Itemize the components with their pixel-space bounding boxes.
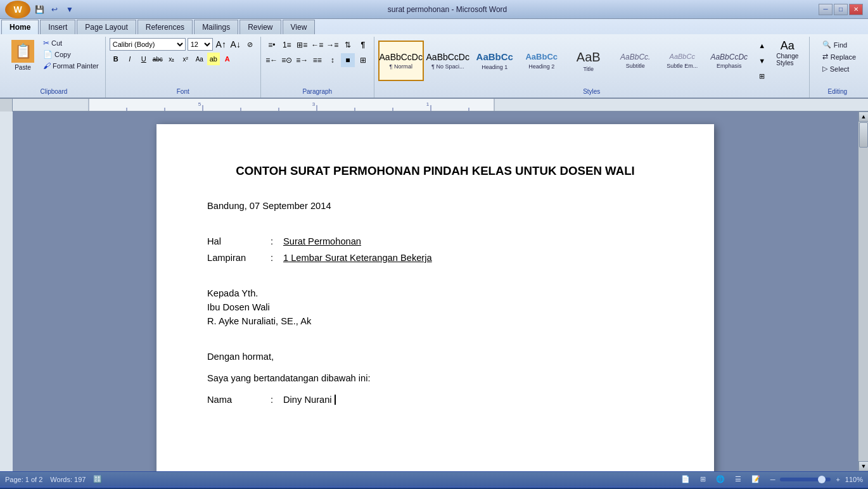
copy-button[interactable]: 📄 Copy bbox=[41, 49, 101, 60]
font-size-select[interactable]: 12 bbox=[188, 38, 213, 51]
office-button[interactable]: W bbox=[5, 1, 30, 18]
superscript-button[interactable]: x² bbox=[179, 53, 192, 65]
text-cursor bbox=[332, 395, 336, 405]
scroll-down-button[interactable]: ▼ bbox=[858, 461, 868, 471]
tab-home[interactable]: Home bbox=[1, 20, 39, 34]
ibu-dosen: Ibu Dosen Wali bbox=[207, 300, 663, 314]
line-spacing-button[interactable]: ↕ bbox=[326, 53, 340, 67]
increase-indent-button[interactable]: →≡ bbox=[326, 38, 340, 52]
view-draft[interactable]: 📝 bbox=[749, 474, 763, 484]
hormat-paragraph: Dengan hormat, bbox=[207, 350, 663, 364]
close-button[interactable]: ✕ bbox=[849, 4, 863, 15]
document-body[interactable]: CONTOH SURAT PERMOHONAN PINDAH KELAS UNT… bbox=[207, 162, 663, 407]
font-grow-button[interactable]: A↑ bbox=[215, 38, 227, 51]
view-full-screen[interactable]: ⊞ bbox=[698, 474, 708, 484]
view-outline[interactable]: ☰ bbox=[732, 474, 744, 484]
select-icon: ▷ bbox=[822, 65, 827, 73]
cut-button[interactable]: ✂ Cut bbox=[41, 38, 101, 48]
underline-button[interactable]: U bbox=[137, 53, 150, 65]
maximize-button[interactable]: □ bbox=[834, 4, 848, 15]
vertical-scrollbar[interactable]: ▲ ▼ bbox=[858, 111, 868, 471]
format-painter-button[interactable]: 🖌 Format Painter bbox=[41, 61, 101, 71]
quick-access-dropdown[interactable]: ▼ bbox=[63, 3, 76, 16]
style-no-spacing[interactable]: AaBbCcDc ¶ No Spaci... bbox=[425, 41, 471, 81]
numbering-button[interactable]: 1≡ bbox=[280, 38, 294, 52]
sort-button[interactable]: ⇅ bbox=[341, 38, 355, 52]
align-right-button[interactable]: ≡→ bbox=[295, 53, 309, 67]
style-title-label: Title bbox=[583, 66, 594, 72]
italic-button[interactable]: I bbox=[124, 53, 136, 65]
style-heading1[interactable]: AaBbCc Heading 1 bbox=[472, 41, 518, 81]
borders-button[interactable]: ⊞ bbox=[356, 53, 370, 67]
clear-format-button[interactable]: ⊘ bbox=[244, 38, 257, 51]
vertical-ruler-svg bbox=[0, 111, 13, 471]
zoom-slider[interactable] bbox=[780, 478, 831, 481]
document-page[interactable]: CONTOH SURAT PERMOHONAN PINDAH KELAS UNT… bbox=[156, 124, 714, 471]
align-left-button[interactable]: ≡← bbox=[265, 53, 279, 67]
subscript-button[interactable]: x₂ bbox=[165, 53, 178, 65]
style-normal-label: ¶ Normal bbox=[390, 63, 412, 70]
bold-button[interactable]: B bbox=[110, 53, 122, 65]
scroll-up-button[interactable]: ▲ bbox=[858, 111, 868, 122]
align-center-button[interactable]: ≡⊙ bbox=[280, 53, 294, 67]
font-name-select[interactable]: Calibri (Body) bbox=[110, 38, 186, 51]
style-title[interactable]: AaB Title bbox=[566, 41, 611, 81]
style-subtle-emphasis[interactable]: AaBbCc Subtle Em... bbox=[660, 41, 705, 81]
style-subtitle-label: Subtitle bbox=[626, 63, 645, 69]
styles-more[interactable]: ⊞ bbox=[756, 70, 769, 82]
bullets-button[interactable]: ≡• bbox=[265, 38, 279, 52]
find-label: Find bbox=[834, 41, 847, 49]
hal-colon: : bbox=[271, 234, 283, 248]
scroll-track[interactable] bbox=[858, 122, 868, 461]
style-subtle-emphasis-label: Subtle Em... bbox=[667, 63, 698, 69]
tab-view[interactable]: View bbox=[283, 20, 316, 34]
style-subtitle[interactable]: AaBbCc. Subtitle bbox=[613, 41, 658, 81]
paste-icon: 📋 bbox=[11, 40, 34, 63]
tab-review[interactable]: Review bbox=[239, 20, 281, 34]
tab-references[interactable]: References bbox=[137, 20, 193, 34]
status-left: Page: 1 of 2 Words: 197 🔠 bbox=[5, 475, 102, 483]
document-scroll[interactable]: CONTOH SURAT PERMOHONAN PINDAH KELAS UNT… bbox=[13, 111, 858, 471]
nama-value[interactable]: Diny Nurani bbox=[283, 393, 663, 407]
change-styles-icon: Aa bbox=[781, 39, 795, 53]
tab-mailings[interactable]: Mailings bbox=[194, 20, 238, 34]
zoom-in-button[interactable]: + bbox=[833, 475, 842, 484]
shading-button[interactable]: ■ bbox=[341, 53, 355, 67]
kepada-yth: Kepada Yth. bbox=[207, 286, 663, 300]
language-indicator: 🔠 bbox=[93, 475, 102, 483]
strikethrough-button[interactable]: abc bbox=[151, 53, 164, 65]
office-icon: W bbox=[13, 4, 22, 15]
decrease-indent-button[interactable]: ←≡ bbox=[310, 38, 324, 52]
multilevel-button[interactable]: ⊞≡ bbox=[295, 38, 309, 52]
minimize-button[interactable]: ─ bbox=[819, 4, 833, 15]
date-paragraph[interactable]: Bandung, 07 September 2014 bbox=[207, 199, 663, 213]
save-quick-btn[interactable]: 💾 bbox=[33, 3, 46, 16]
style-heading1-label: Heading 1 bbox=[482, 64, 507, 70]
styles-scroll-down[interactable]: ▼ bbox=[756, 54, 769, 67]
change-styles-button[interactable]: Aa ChangeStyles bbox=[770, 38, 805, 68]
find-button[interactable]: 🔍 Find bbox=[819, 39, 857, 50]
editing-label: Editing bbox=[814, 87, 862, 96]
justify-button[interactable]: ≡≡ bbox=[310, 53, 324, 67]
tab-page-layout[interactable]: Page Layout bbox=[77, 20, 136, 34]
scroll-thumb[interactable] bbox=[859, 122, 868, 148]
font-color-button[interactable]: A bbox=[221, 53, 234, 65]
view-web[interactable]: 🌐 bbox=[713, 474, 727, 484]
select-button[interactable]: ▷ Select bbox=[819, 63, 857, 74]
show-formatting-button[interactable]: ¶ bbox=[356, 38, 370, 52]
undo-quick-btn[interactable]: ↩ bbox=[48, 3, 61, 16]
change-case-button[interactable]: Aa bbox=[193, 53, 206, 65]
clipboard-small-buttons: ✂ Cut 📄 Copy 🖌 Format Painter bbox=[41, 38, 101, 71]
style-heading2[interactable]: AaBbCc Heading 2 bbox=[519, 41, 565, 81]
styles-scroll-up[interactable]: ▲ bbox=[756, 39, 769, 52]
style-heading2-label: Heading 2 bbox=[528, 63, 554, 70]
style-normal[interactable]: AaBbCcDc ¶ Normal bbox=[378, 41, 424, 81]
replace-button[interactable]: ⇄ Replace bbox=[819, 51, 857, 62]
highlight-button[interactable]: ab bbox=[207, 53, 220, 65]
tab-insert[interactable]: Insert bbox=[40, 20, 75, 34]
style-emphasis[interactable]: AaBbCcDc Emphasis bbox=[706, 41, 752, 81]
view-print-layout[interactable]: 📄 bbox=[679, 474, 692, 484]
zoom-out-button[interactable]: ─ bbox=[768, 475, 778, 484]
paste-button[interactable]: 📋 Paste bbox=[6, 38, 39, 73]
font-shrink-button[interactable]: A↓ bbox=[229, 38, 242, 51]
